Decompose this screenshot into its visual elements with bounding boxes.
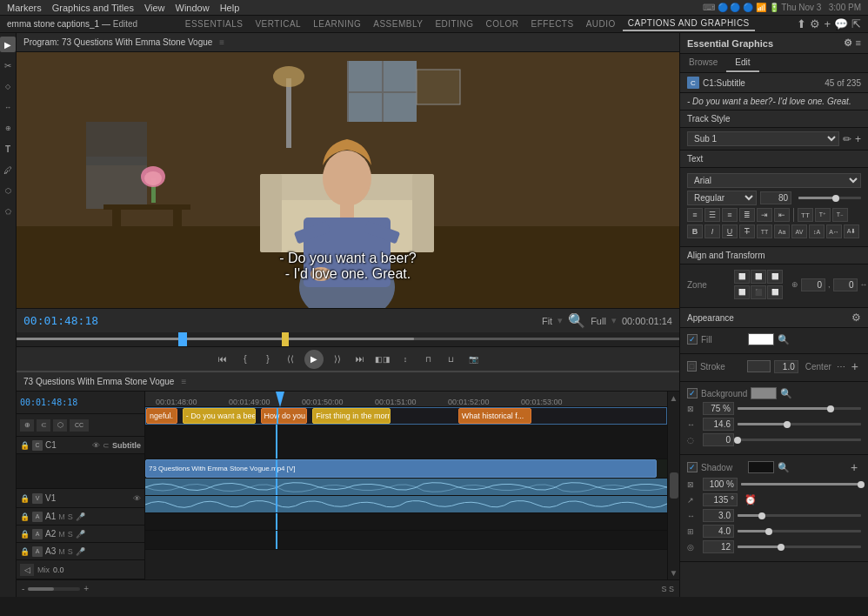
shadow-dist-slider[interactable] xyxy=(738,514,861,517)
zoom-out-icon[interactable]: - xyxy=(22,584,24,593)
full-label[interactable]: Full xyxy=(591,316,606,326)
scrub-bar[interactable] xyxy=(17,332,679,346)
step-fwd-btn[interactable]: ⏭ xyxy=(351,352,369,367)
bg-color-swatch[interactable] xyxy=(751,387,777,399)
stroke-add-btn[interactable]: + xyxy=(849,359,861,373)
tab-color[interactable]: COLOR xyxy=(481,17,524,30)
track-v1-eye[interactable]: 👁 xyxy=(133,494,141,503)
zoom-icon[interactable]: 🔍 xyxy=(568,312,585,329)
add-panel-icon[interactable]: + xyxy=(824,17,831,30)
zoom-slider[interactable] xyxy=(28,587,80,591)
tab-essentials[interactable]: ESSENTIALS xyxy=(180,17,249,30)
bg-corner-slider[interactable] xyxy=(738,439,861,441)
tab-captions-graphics[interactable]: CAPTIONS AND GRAPHICS xyxy=(623,17,755,31)
align-center-btn[interactable]: ☰ xyxy=(704,208,720,222)
shadow-color-swatch[interactable] xyxy=(748,461,774,473)
clip-do-you-want[interactable]: - Do you want a beer?- I'd love... xyxy=(183,408,256,424)
underline-btn[interactable]: U xyxy=(722,224,738,238)
timeline-link-btn[interactable]: ⬡ xyxy=(53,419,67,432)
uppercase-btn[interactable]: TT xyxy=(798,208,813,222)
tab-learning[interactable]: LEARNING xyxy=(308,17,366,30)
baseline-btn[interactable]: A⬇ xyxy=(844,224,859,238)
bg-eyedropper-icon[interactable]: 🔍 xyxy=(780,388,792,399)
shadow-dist-input[interactable] xyxy=(703,509,734,522)
font-style-select[interactable]: Regular xyxy=(687,191,757,205)
track-a2-m[interactable]: M xyxy=(58,530,65,539)
bg-opacity-slider[interactable] xyxy=(738,407,861,410)
track-v1-lock[interactable]: 🔒 xyxy=(20,494,30,503)
tab-audio[interactable]: AUDIO xyxy=(581,17,621,30)
audio-track-a2[interactable] xyxy=(145,496,667,513)
timeline-menu-icon[interactable]: ≡ xyxy=(181,377,186,386)
track-style-add-btn[interactable]: + xyxy=(855,133,861,145)
shadow-angle-input[interactable] xyxy=(703,493,738,506)
fill-checkbox[interactable]: ✓ xyxy=(687,334,698,345)
speech-icon[interactable]: 💬 xyxy=(834,17,848,30)
tool-zoom[interactable]: ⊕ xyxy=(0,120,16,136)
track-a1-m[interactable]: M xyxy=(58,512,65,521)
browse-tab[interactable]: Browse xyxy=(680,54,726,72)
bg-corner-handle[interactable] xyxy=(734,437,741,444)
shadow-clock-icon[interactable]: ⏰ xyxy=(744,494,757,506)
menu-help[interactable]: Help xyxy=(220,3,240,13)
track-a3-mic[interactable]: 🎤 xyxy=(76,547,85,556)
export-icon[interactable]: ⬆ xyxy=(797,17,806,30)
kerning-btn[interactable]: AV xyxy=(791,224,807,238)
tool-select[interactable]: ▶ xyxy=(0,37,16,52)
clip-ngeful[interactable]: ngeful. xyxy=(146,408,177,424)
track-a2-lock[interactable]: 🔒 xyxy=(20,530,30,539)
tab-assembly[interactable]: ASSEMBLY xyxy=(368,17,428,30)
font-size-slider[interactable] xyxy=(798,197,861,199)
zoom-in-icon[interactable]: + xyxy=(83,584,89,593)
small-caps-btn[interactable]: TT xyxy=(757,224,772,238)
leading-btn[interactable]: ↕A xyxy=(809,224,825,238)
clip-video[interactable]: 73 Questions With Emma Stone Vogue.mp4 [… xyxy=(145,459,657,478)
fill-eyedropper-icon[interactable]: 🔍 xyxy=(778,334,790,345)
outdent-btn[interactable]: ⇤ xyxy=(774,208,790,222)
tool-text[interactable]: T xyxy=(0,141,16,157)
shadow-blur-input[interactable] xyxy=(703,540,734,553)
panel-settings-icon[interactable]: ⚙ xyxy=(844,37,852,49)
mix-prev-btn[interactable]: ◁ xyxy=(20,564,34,576)
bg-opacity-input[interactable] xyxy=(703,402,734,415)
all-caps-btn[interactable]: Aa xyxy=(774,224,790,238)
timeline-nest-btn[interactable]: ⊕ xyxy=(20,419,34,432)
stroke-expand-icon[interactable]: ⋯ xyxy=(837,362,845,372)
shadow-opacity-slider[interactable] xyxy=(741,483,861,485)
tab-editing[interactable]: EDITING xyxy=(430,17,478,30)
menu-markers[interactable]: Markers xyxy=(7,3,42,13)
edit-tab[interactable]: Edit xyxy=(726,54,758,72)
settings-icon[interactable]: ⚙ xyxy=(810,17,820,30)
video-track[interactable]: 73 Questions With Emma Stone Vogue.mp4 [… xyxy=(145,459,667,479)
fill-color-swatch[interactable] xyxy=(748,333,774,345)
tab-effects[interactable]: EFFECTS xyxy=(526,17,579,30)
bold-btn[interactable]: B xyxy=(687,224,703,238)
bg-size-handle[interactable] xyxy=(784,421,791,428)
zone-br-btn[interactable]: ⬜ xyxy=(767,285,783,299)
clip-how-do-you[interactable]: How do you like... xyxy=(261,408,308,424)
shadow-opacity-handle[interactable] xyxy=(858,481,865,488)
stroke-width-input[interactable] xyxy=(774,360,798,373)
mark-in-btn[interactable]: { xyxy=(237,352,254,367)
fit-label[interactable]: Fit xyxy=(542,316,552,326)
tool-ripple[interactable]: ◇ xyxy=(0,78,16,94)
shadow-dist-handle[interactable] xyxy=(758,512,765,519)
track-a1-lock[interactable]: 🔒 xyxy=(20,512,30,521)
bg-opacity-handle[interactable] xyxy=(827,405,834,412)
track-a2-mic[interactable]: 🎤 xyxy=(76,530,85,539)
scroll-thumb[interactable] xyxy=(670,472,678,499)
step-back-btn[interactable]: ⏮ xyxy=(214,352,231,367)
lift-btn[interactable]: ⊔ xyxy=(442,352,459,367)
zone-bl-btn[interactable]: ⬜ xyxy=(734,285,750,299)
expand-icon[interactable]: ⇱ xyxy=(851,17,861,30)
track-eye-icon[interactable]: 👁 xyxy=(92,441,100,450)
superscript-btn[interactable]: T⁺ xyxy=(815,208,831,222)
track-a1-s[interactable]: S xyxy=(68,512,73,521)
track-a3-m[interactable]: M xyxy=(58,547,65,556)
overwrite-btn[interactable]: ⊓ xyxy=(419,352,437,367)
track-a3-lock[interactable]: 🔒 xyxy=(20,547,30,556)
bg-corner-input[interactable] xyxy=(703,433,734,446)
clip-first-thing[interactable]: First thing in the morn... xyxy=(312,408,391,424)
track-lock-icon[interactable]: 🔒 xyxy=(20,441,30,450)
tool-cut[interactable]: ✂ xyxy=(0,57,16,73)
